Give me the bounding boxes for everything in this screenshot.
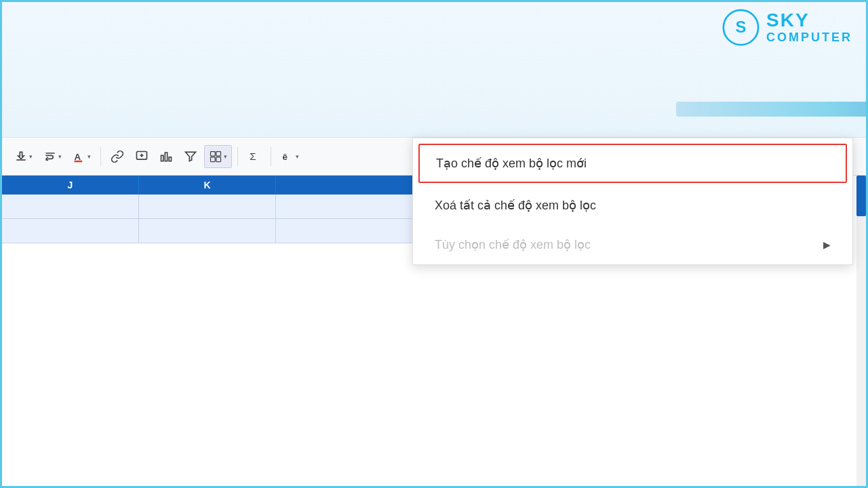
cell-J2[interactable]: [2, 219, 139, 243]
filter-view-dropdown-arrow: ▾: [224, 153, 227, 160]
create-filter-view-label: Tạo chế độ xem bộ lọc mới: [436, 156, 587, 171]
link-button[interactable]: [106, 145, 128, 168]
logo-area: S SKY COMPUTER: [722, 9, 852, 46]
cell-L1[interactable]: [276, 195, 412, 218]
separator-1: [100, 147, 101, 166]
filter-view-options-item: Tùy chọn chế độ xem bộ lọc ▶: [413, 225, 852, 264]
create-filter-view-item[interactable]: Tạo chế độ xem bộ lọc mới: [418, 144, 847, 183]
text-color-icon: A: [73, 150, 86, 163]
comment-icon: [135, 150, 149, 163]
cell-L2[interactable]: [276, 219, 412, 243]
svg-rect-6: [165, 152, 167, 161]
vertical-scrollbar[interactable]: [856, 176, 866, 488]
sum-icon: Σ: [248, 150, 261, 163]
table-row: [2, 195, 412, 219]
wrap-icon: [43, 150, 57, 163]
column-header-row: J K: [2, 176, 412, 195]
sum-button[interactable]: Σ: [243, 145, 265, 168]
link-icon: [111, 150, 124, 163]
remove-all-filter-views-item[interactable]: Xoá tất cả chế độ xem bộ lọc: [413, 186, 852, 225]
svg-text:Σ: Σ: [250, 150, 256, 162]
decorative-bar: [676, 102, 866, 117]
separator-2: [237, 147, 238, 166]
svg-rect-9: [216, 151, 221, 156]
sheet-panel: J K: [2, 176, 412, 488]
brand-computer: COMPUTER: [766, 31, 852, 45]
import-button[interactable]: ▾: [10, 145, 37, 168]
brand-sky: SKY: [766, 10, 852, 31]
filter-view-button[interactable]: ▾: [204, 145, 232, 168]
table-row: [2, 219, 412, 243]
filter-view-icon: [209, 150, 222, 163]
import-dropdown-arrow: ▾: [29, 153, 33, 160]
smartfill-dropdown-arrow: ▾: [296, 153, 299, 160]
svg-text:ê: ê: [283, 152, 288, 162]
logo-text: SKY COMPUTER: [766, 10, 852, 45]
svg-rect-7: [169, 157, 171, 161]
cell-J1[interactable]: [2, 195, 139, 218]
cell-K1[interactable]: [139, 195, 276, 218]
filter-button[interactable]: [180, 145, 201, 168]
col-header-empty: [276, 176, 412, 195]
comment-button[interactable]: [131, 145, 153, 168]
svg-rect-5: [161, 155, 163, 161]
scrollbar-thumb[interactable]: [856, 176, 866, 216]
wrap-dropdown-arrow: ▾: [58, 153, 62, 160]
col-header-J: J: [2, 176, 139, 195]
col-header-K: K: [139, 176, 276, 195]
filter-icon: [184, 150, 197, 163]
spreadsheet-area: J K Tạo chế độ xem bộ lọc mới Xoá tất cả…: [2, 176, 866, 488]
text-color-dropdown-arrow: ▾: [87, 153, 91, 160]
wrap-button[interactable]: ▾: [39, 145, 66, 168]
top-area: S SKY COMPUTER: [2, 2, 866, 138]
chart-icon: [159, 150, 173, 163]
smartfill-icon: ê: [281, 150, 294, 163]
filter-view-dropdown: Tạo chế độ xem bộ lọc mới Xoá tất cả chế…: [412, 138, 853, 265]
sky-computer-logo-icon: S: [722, 9, 760, 46]
submenu-arrow-icon: ▶: [823, 239, 831, 250]
svg-text:A: A: [75, 152, 81, 162]
import-icon: [14, 150, 28, 163]
chart-button[interactable]: [155, 145, 177, 168]
filter-view-options-label: Tùy chọn chế độ xem bộ lọc: [435, 237, 591, 252]
svg-rect-11: [216, 157, 221, 161]
separator-3: [271, 147, 271, 166]
text-color-button[interactable]: A ▾: [68, 145, 95, 168]
svg-rect-3: [75, 160, 83, 162]
svg-rect-10: [211, 157, 216, 161]
smartfill-button[interactable]: ê ▾: [277, 145, 303, 168]
cell-K2[interactable]: [139, 219, 276, 243]
svg-rect-8: [211, 151, 216, 156]
remove-all-filter-views-label: Xoá tất cả chế độ xem bộ lọc: [435, 198, 596, 213]
svg-text:S: S: [736, 18, 747, 36]
